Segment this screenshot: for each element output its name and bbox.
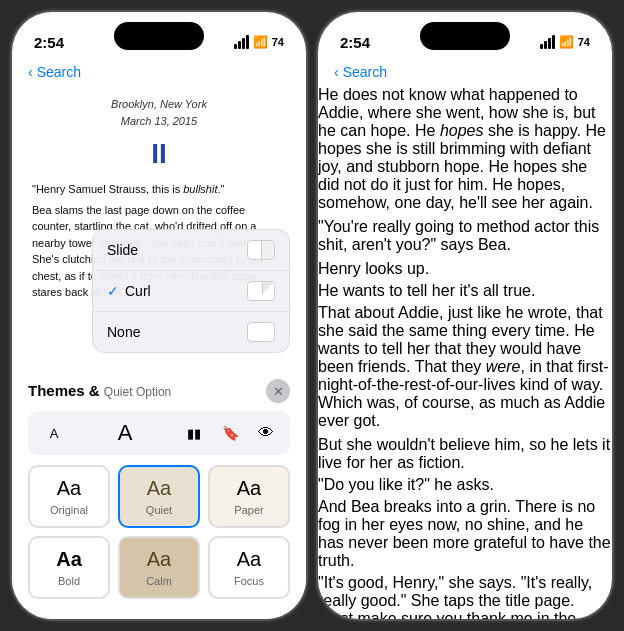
theme-paper-aa: Aa <box>237 477 261 500</box>
theme-calm-name: Calm <box>146 575 172 587</box>
dynamic-island-left <box>114 22 204 50</box>
wifi-icon-right: 📶 <box>559 35 574 49</box>
reading-location: Brooklyn, New York March 13, 2015 <box>32 96 286 129</box>
battery-right: 74 <box>578 36 590 48</box>
theme-original[interactable]: Aa Original <box>28 465 110 528</box>
back-label-right[interactable]: Search <box>343 64 387 80</box>
back-label-left[interactable]: Search <box>37 64 81 80</box>
theme-paper[interactable]: Aa Paper <box>208 465 290 528</box>
back-nav-left[interactable]: ‹ Search <box>12 62 306 86</box>
theme-focus-name: Focus <box>234 575 264 587</box>
theme-calm[interactable]: Aa Calm <box>118 536 200 599</box>
status-icons-right: 📶 74 <box>540 35 590 49</box>
theme-quiet-aa: Aa <box>147 477 171 500</box>
battery-left: 74 <box>272 36 284 48</box>
chapter-number: II <box>32 133 286 175</box>
theme-original-aa: Aa <box>57 477 81 500</box>
theme-focus-aa: Aa <box>237 548 261 571</box>
font-small-button[interactable]: A <box>38 417 70 449</box>
left-content-area: ‹ Search Brooklyn, New York March 13, 20… <box>12 62 306 306</box>
reading-content-right: He does not know what happened to Addie,… <box>318 86 612 619</box>
right-para-2: "You're really going to method actor thi… <box>318 218 612 254</box>
status-icons-left: 📶 74 <box>234 35 284 49</box>
left-phone: 2:54 📶 74 ‹ Search Brooklyn, New York <box>12 12 306 619</box>
theme-quiet[interactable]: Aa Quiet <box>118 465 200 528</box>
signal-icon-right <box>540 35 555 49</box>
right-para-4: He wants to tell her it's all true. <box>318 282 612 300</box>
back-chevron-icon-right: ‹ <box>334 64 339 80</box>
transition-menu[interactable]: Slide ✓ Curl <box>92 229 290 353</box>
themes-header: Themes & Quiet Option ✕ <box>28 379 290 403</box>
time-right: 2:54 <box>340 34 370 51</box>
font-large-button[interactable]: A <box>109 417 141 449</box>
overlay-panel: Slide ✓ Curl <box>12 367 306 619</box>
back-chevron-icon: ‹ <box>28 64 33 80</box>
theme-quiet-name: Quiet <box>146 504 172 516</box>
transition-curl-label: Curl <box>125 283 151 299</box>
right-para-7: "Do you like it?" he asks. <box>318 476 612 494</box>
transition-none[interactable]: None <box>93 312 289 352</box>
transition-menu-container: Slide ✓ Curl <box>92 229 290 361</box>
signal-icon <box>234 35 249 49</box>
none-icon <box>247 322 275 342</box>
slide-icon <box>247 240 275 260</box>
curl-icon <box>247 281 275 301</box>
right-para-9: "It's good, Henry," she says. "It's real… <box>318 574 612 619</box>
transition-slide[interactable]: Slide <box>93 230 289 271</box>
theme-focus[interactable]: Aa Focus <box>208 536 290 599</box>
right-para-6: But she wouldn't believe him, so he lets… <box>318 436 612 472</box>
columns-icon[interactable]: ▮▮ <box>180 419 208 447</box>
para-1: "Henry Samuel Strauss, this is bullshit.… <box>32 181 286 198</box>
transition-none-label: None <box>107 324 140 340</box>
font-icons: ▮▮ 🔖 👁 <box>180 419 280 447</box>
theme-bold-name: Bold <box>58 575 80 587</box>
time-left: 2:54 <box>34 34 64 51</box>
theme-bold[interactable]: Aa Bold <box>28 536 110 599</box>
right-para-1: He does not know what happened to Addie,… <box>318 86 612 212</box>
theme-paper-name: Paper <box>234 504 263 516</box>
themes-title: Themes & Quiet Option <box>28 382 171 400</box>
bookmark-icon[interactable]: 🔖 <box>216 419 244 447</box>
theme-original-name: Original <box>50 504 88 516</box>
theme-bold-aa: Aa <box>56 548 82 571</box>
font-controls: A A ▮▮ 🔖 👁 <box>28 411 290 455</box>
right-para-3: Henry looks up. <box>318 260 612 278</box>
checkmark-icon: ✓ <box>107 283 119 299</box>
back-nav-right[interactable]: ‹ Search <box>318 62 612 86</box>
transition-curl[interactable]: ✓ Curl <box>93 271 289 312</box>
right-para-5: That about Addie, just like he wrote, th… <box>318 304 612 430</box>
transition-slide-label: Slide <box>107 242 138 258</box>
dynamic-island-right <box>420 22 510 50</box>
right-para-8: And Bea breaks into a grin. There is no … <box>318 498 612 570</box>
right-phone: 2:54 📶 74 ‹ Search He does not know what… <box>318 12 612 619</box>
theme-calm-aa: Aa <box>147 548 171 571</box>
theme-grid: Aa Original Aa Quiet Aa Paper Aa Bold <box>28 465 290 599</box>
eye-icon[interactable]: 👁 <box>252 419 280 447</box>
wifi-icon: 📶 <box>253 35 268 49</box>
close-button[interactable]: ✕ <box>266 379 290 403</box>
